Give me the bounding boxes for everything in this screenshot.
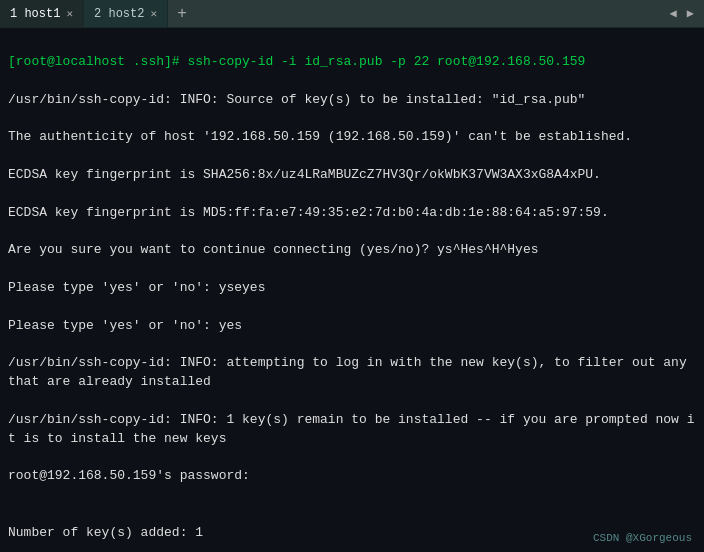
tab-host2-label: 2 host2	[94, 7, 144, 21]
tab-host1-close[interactable]: ✕	[66, 7, 73, 20]
terminal-line: Are you sure you want to continue connec…	[8, 241, 696, 260]
terminal-line: The authenticity of host '192.168.50.159…	[8, 128, 696, 147]
terminal-line: ECDSA key fingerprint is SHA256:8x/uz4LR…	[8, 166, 696, 185]
terminal-line: /usr/bin/ssh-copy-id: INFO: 1 key(s) rem…	[8, 411, 696, 449]
terminal-line: Please type 'yes' or 'no': yes	[8, 317, 696, 336]
tab-navigation: ◀ ▶	[666, 4, 704, 23]
terminal-line: root@192.168.50.159's password:	[8, 467, 696, 486]
terminal-line: Please type 'yes' or 'no': yseyes	[8, 279, 696, 298]
tab-nav-right[interactable]: ▶	[683, 4, 698, 23]
tab-host2-close[interactable]: ✕	[150, 7, 157, 20]
tab-new-button[interactable]: +	[168, 0, 196, 27]
watermark: CSDN @XGorgeous	[593, 532, 692, 544]
terminal-line: /usr/bin/ssh-copy-id: INFO: attempting t…	[8, 354, 696, 392]
tab-host1-label: 1 host1	[10, 7, 60, 21]
tab-host2[interactable]: 2 host2 ✕	[84, 0, 168, 27]
tab-bar: 1 host1 ✕ 2 host2 ✕ + ◀ ▶	[0, 0, 704, 28]
tab-nav-left[interactable]: ◀	[666, 4, 681, 23]
terminal-line: /usr/bin/ssh-copy-id: INFO: Source of ke…	[8, 91, 696, 110]
terminal[interactable]: [root@localhost .ssh]# ssh-copy-id -i id…	[0, 28, 704, 552]
terminal-line: ECDSA key fingerprint is MD5:ff:fa:e7:49…	[8, 204, 696, 223]
terminal-line: [root@localhost .ssh]# ssh-copy-id -i id…	[8, 53, 696, 72]
tab-host1[interactable]: 1 host1 ✕	[0, 0, 84, 27]
